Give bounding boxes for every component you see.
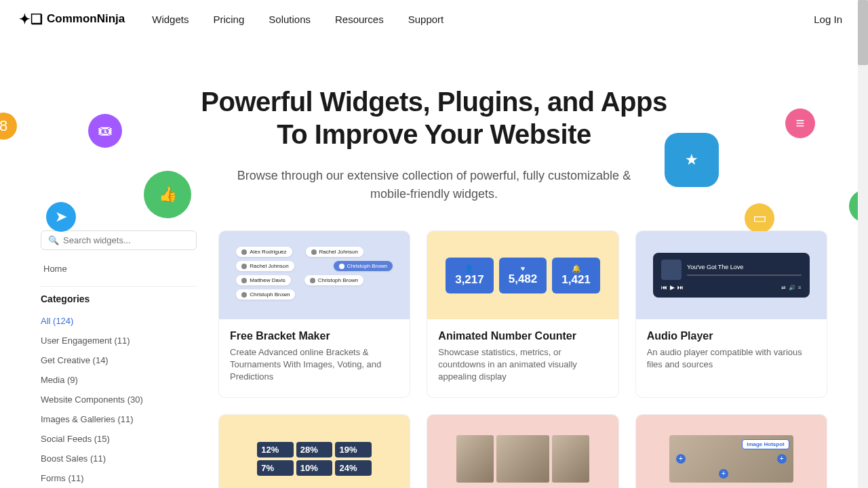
sidebar-home[interactable]: Home (41, 260, 197, 278)
float-icon-thumbs: 👍 (144, 171, 191, 218)
card-desc: Create Advanced online Brackets & Tourna… (230, 346, 399, 384)
card-percent[interactable]: 12% 28% 19% 7% 10% 24% (218, 414, 410, 488)
float-icon-ticket: 🎟 (88, 114, 122, 148)
photo (496, 435, 549, 483)
volume-icon: 🔊 (789, 285, 795, 291)
track-title: You've Got The Love (687, 264, 802, 270)
prev-icon: ⏮ (661, 284, 667, 291)
search-icon: 🔍 (48, 235, 59, 245)
nav-solutions[interactable]: Solutions (269, 14, 311, 25)
category-social-feeds[interactable]: Social Feeds (15) (41, 429, 197, 449)
category-website-components[interactable]: Website Components (30) (41, 390, 197, 409)
sidebar-divider (41, 286, 197, 287)
play-icon: ▶ (670, 284, 675, 291)
heart-icon: ♥ (509, 264, 538, 272)
card-audio-image: You've Got The Love ⏮ ▶ ⏭ ⇄ 🔊 (636, 231, 827, 319)
card-title: Audio Player (647, 330, 816, 342)
shuffle-icon: ⇄ (781, 285, 786, 291)
counter-row: 👤3,217 ♥5,482 🔔1,421 (446, 258, 600, 293)
menu-icon: ≡ (798, 285, 802, 291)
card-body: Audio Player An audio player compatible … (636, 319, 827, 384)
card-bracket[interactable]: Alex RodriguezRachel Johnson Rachel John… (218, 230, 410, 398)
category-user-engagement[interactable]: User Engagement (11) (41, 331, 197, 350)
card-percent-image: 12% 28% 19% 7% 10% 24% (219, 415, 410, 488)
float-icon-card: ★ (665, 133, 719, 187)
float-icon-count: ▭ (745, 203, 774, 233)
sidebar: 🔍 Home Categories All (124) User Engagem… (41, 230, 197, 488)
logo-icon: ✦❏ (19, 11, 43, 27)
category-images-galleries[interactable]: Images & Galleries (11) (41, 409, 197, 429)
card-counter[interactable]: 👤3,217 ♥5,482 🔔1,421 Animated Number Cou… (427, 230, 618, 398)
card-desc: An audio player compatible with various … (647, 346, 816, 371)
progress-bar (687, 274, 802, 276)
widgets-grid: Alex RodriguezRachel Johnson Rachel John… (218, 230, 827, 488)
card-bracket-image: Alex RodriguezRachel Johnson Rachel John… (219, 231, 410, 319)
nav-support[interactable]: Support (408, 14, 444, 25)
audio-preview: You've Got The Love ⏮ ▶ ⏭ ⇄ 🔊 (653, 253, 810, 298)
hotspot-preview: Image Hotspot + + + (669, 435, 793, 483)
card-body: Animated Number Counter Showcase statist… (427, 319, 618, 397)
category-forms[interactable]: Forms (11) (41, 468, 197, 488)
hero-subtitle: Browse through our extensive collection … (231, 167, 637, 203)
scrollbar-track[interactable] (858, 0, 868, 488)
nav-widgets[interactable]: Widgets (152, 14, 189, 25)
category-all[interactable]: All (124) (41, 311, 197, 331)
photo-grid (456, 435, 590, 483)
hero-title: Powerful Widgets, Plugins, and Apps To I… (14, 85, 854, 150)
hero: Powerful Widgets, Plugins, and Apps To I… (0, 38, 868, 230)
card-body: Free Bracket Maker Create Advanced onlin… (219, 319, 410, 397)
hero-title-line1: Powerful Widgets, Plugins, and Apps (201, 87, 667, 117)
nav-pricing[interactable]: Pricing (213, 14, 244, 25)
logo[interactable]: ✦❏ CommonNinja (19, 11, 125, 27)
user-icon: 👤 (455, 264, 484, 273)
search-box[interactable]: 🔍 (41, 230, 197, 250)
hotspot-label: Image Hotspot (742, 439, 789, 449)
category-get-creative[interactable]: Get Creative (14) (41, 350, 197, 370)
hero-title-line2: To Improve Your Website (277, 119, 591, 149)
float-icon-send: ➤ (46, 202, 76, 232)
next-icon: ⏭ (677, 284, 684, 291)
nav-resources[interactable]: Resources (335, 14, 384, 25)
card-hotspot-image: Image Hotspot + + + (636, 415, 827, 488)
hotspot-dot: + (676, 454, 686, 464)
card-audio[interactable]: You've Got The Love ⏮ ▶ ⏭ ⇄ 🔊 (635, 230, 827, 398)
hotspot-dot: + (777, 454, 787, 464)
category-media[interactable]: Media (9) (41, 370, 197, 390)
photo (456, 435, 494, 483)
category-boost-sales[interactable]: Boost Sales (11) (41, 449, 197, 468)
nav-items: Widgets Pricing Solutions Resources Supp… (152, 14, 814, 25)
search-input[interactable] (63, 235, 189, 245)
card-title: Animated Number Counter (438, 330, 607, 342)
card-title: Free Bracket Maker (230, 330, 399, 342)
float-icon-list: ≡ (785, 108, 815, 138)
pct-grid: 12% 28% 19% 7% 10% 24% (257, 442, 372, 476)
album-art (661, 260, 682, 280)
card-hotspot[interactable]: Image Hotspot + + + (635, 414, 827, 488)
card-photo-grid[interactable] (427, 414, 618, 488)
categories-title: Categories (41, 293, 197, 304)
bell-icon: 🔔 (561, 264, 591, 273)
logo-text: CommonNinja (47, 12, 125, 26)
card-photo-image (427, 415, 618, 488)
hotspot-dot: + (719, 469, 728, 479)
navbar: ✦❏ CommonNinja Widgets Pricing Solutions… (0, 0, 868, 38)
main: 🔍 Home Categories All (124) User Engagem… (0, 230, 868, 488)
photo (552, 435, 590, 483)
card-desc: Showcase statistics, metrics, or countdo… (438, 346, 607, 384)
login-link[interactable]: Log In (814, 14, 842, 25)
bracket-preview: Alex RodriguezRachel Johnson Rachel John… (236, 247, 393, 304)
card-counter-image: 👤3,217 ♥5,482 🔔1,421 (427, 231, 618, 319)
scrollbar-thumb[interactable] (858, 0, 868, 65)
